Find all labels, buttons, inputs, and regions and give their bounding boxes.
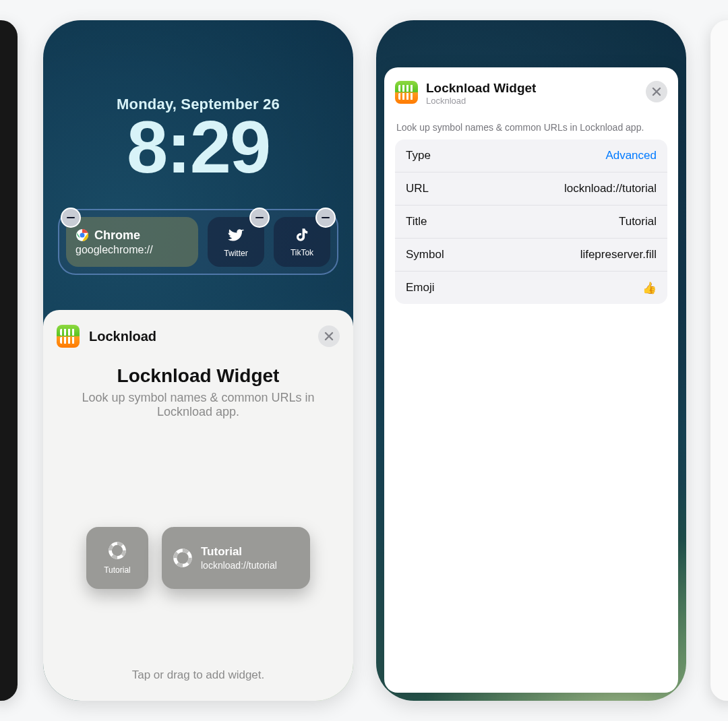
widget-chrome-title: Chrome (94, 228, 140, 243)
widget-chrome[interactable]: Chrome googlechrome:// (66, 217, 198, 267)
sheet-title: Locknload Widget (57, 365, 340, 387)
config-title: Locknload Widget (426, 81, 536, 96)
lifepreserver-icon (108, 541, 127, 560)
widget-size-wide[interactable]: Tutorial locknload://tutorial (162, 527, 310, 589)
row-title[interactable]: Title Tutorial (395, 206, 667, 239)
row-url[interactable]: URL locknload://tutorial (395, 173, 667, 206)
row-title-value[interactable]: Tutorial (619, 215, 657, 228)
remove-widget-button[interactable] (61, 208, 81, 228)
widget-tray[interactable]: Chrome googlechrome:// Twitter TikTok (58, 209, 338, 275)
config-form: Type Advanced URL locknload://tutorial T… (395, 139, 667, 304)
phone-widget-config: Locknload Widget Locknload Look up symbo… (376, 20, 686, 701)
row-url-value[interactable]: locknload://tutorial (564, 182, 657, 195)
row-type-value[interactable]: Advanced (605, 149, 657, 162)
row-type-label: Type (406, 149, 431, 162)
widget-tiktok-label: TikTok (291, 248, 313, 257)
widget-size-wide-title: Tutorial (201, 545, 277, 559)
row-title-label: Title (406, 215, 427, 228)
row-emoji-value[interactable]: 👍 (642, 281, 657, 295)
config-subtitle: Locknload (426, 96, 536, 106)
row-symbol-value[interactable]: lifepreserver.fill (580, 248, 657, 261)
adjacent-phone-right (710, 20, 728, 701)
config-description: Look up symbol names & common URLs in Lo… (396, 122, 666, 133)
sheet-subtitle: Look up symbol names & common URLs in Lo… (71, 391, 325, 419)
widget-chrome-subtitle: googlechrome:// (75, 244, 153, 256)
row-symbol-label: Symbol (406, 248, 444, 261)
row-type[interactable]: Type Advanced (395, 139, 667, 173)
remove-widget-button[interactable] (315, 208, 336, 228)
config-card: Locknload Widget Locknload Look up symbo… (384, 67, 678, 693)
close-button[interactable] (318, 325, 340, 347)
svg-point-3 (111, 544, 125, 558)
widget-size-options: Tutorial Tutorial locknload://tutorial (57, 527, 340, 589)
chrome-icon (75, 228, 89, 242)
close-button[interactable] (646, 81, 667, 102)
sheet-hint: Tap or drag to add widget. (57, 651, 340, 701)
locknload-app-icon (57, 325, 80, 348)
locknload-app-icon (395, 81, 418, 104)
lockscreen-time: 8:29 (43, 108, 353, 186)
svg-point-5 (175, 551, 191, 566)
widget-gallery-sheet: Locknload Locknload Widget Look up symbo… (43, 310, 353, 701)
widget-twitter-label: Twitter (224, 249, 247, 258)
widget-twitter[interactable]: Twitter (208, 217, 264, 267)
lifepreserver-icon (173, 548, 193, 568)
sheet-app-name: Locknload (89, 329, 156, 344)
widget-size-small-label: Tutorial (104, 565, 131, 575)
row-emoji[interactable]: Emoji 👍 (395, 272, 667, 304)
widget-tiktok[interactable]: TikTok (274, 217, 330, 267)
adjacent-phone-left (0, 20, 18, 701)
twitter-icon (226, 226, 245, 245)
widget-size-small[interactable]: Tutorial (86, 527, 148, 589)
widget-size-wide-subtitle: locknload://tutorial (201, 560, 277, 571)
row-url-label: URL (406, 182, 429, 195)
row-emoji-label: Emoji (406, 281, 435, 294)
remove-widget-button[interactable] (249, 208, 270, 228)
row-symbol[interactable]: Symbol lifepreserver.fill (395, 239, 667, 272)
tiktok-icon (293, 226, 311, 244)
phone-lockscreen-editor: Monday, September 26 8:29 Chrome googlec… (43, 20, 353, 701)
